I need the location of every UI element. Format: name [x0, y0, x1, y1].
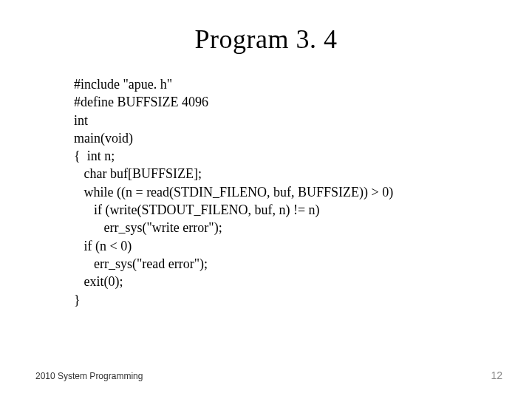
slide: Program 3. 4 #include "apue. h" #define …	[0, 0, 532, 399]
page-title: Program 3. 4	[74, 24, 458, 55]
code-block: #include "apue. h" #define BUFFSIZE 4096…	[74, 75, 458, 309]
footer-left: 2010 System Programming	[35, 371, 143, 381]
page-number: 12	[491, 369, 502, 381]
